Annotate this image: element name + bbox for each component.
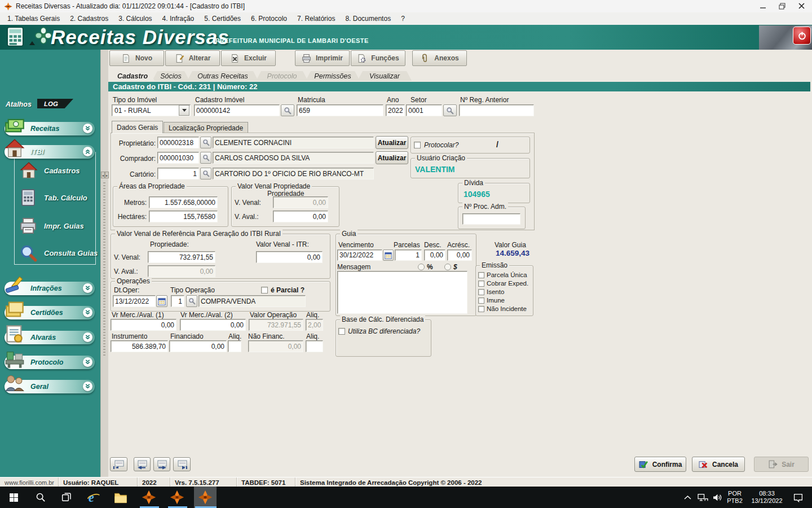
dropdown-arrow-icon[interactable]: [179, 105, 189, 116]
parcelas-input[interactable]: [395, 249, 422, 261]
desc-input[interactable]: [424, 249, 445, 261]
instrumento-input[interactable]: [111, 340, 168, 352]
vencimento-input[interactable]: [337, 249, 382, 261]
metros-input[interactable]: [149, 196, 218, 208]
cadastro-imovel-search-button[interactable]: [281, 104, 294, 116]
dtoper-calendar-button[interactable]: [156, 295, 167, 307]
menu-help[interactable]: ?: [396, 13, 410, 24]
tipo-operacao-name-input[interactable]: [198, 295, 306, 307]
dtoper-input[interactable]: [113, 295, 156, 307]
bc-diferenciada-checkbox[interactable]: [338, 328, 345, 335]
desconto-percent-radio[interactable]: [418, 264, 425, 270]
proprietario-code-input[interactable]: [157, 137, 199, 148]
vr1-input[interactable]: [111, 319, 176, 331]
acresc-input[interactable]: [447, 249, 472, 261]
proprietario-name-input[interactable]: [213, 137, 374, 148]
sidebar-item-infracoes[interactable]: Infrações: [5, 282, 95, 295]
fiorilli-app-3-button-active[interactable]: [194, 487, 217, 508]
sidebar-item-receitas[interactable]: Receitas: [5, 122, 95, 135]
chevron-down-icon[interactable]: [83, 124, 92, 133]
sidebar-subitem-consulta-guias[interactable]: Consulta Guias: [19, 244, 98, 262]
menu-protocolo[interactable]: 6. Protocolo: [246, 13, 292, 24]
comprador-search-button[interactable]: [200, 152, 211, 164]
menu-relatorios[interactable]: 7. Relatórios: [292, 13, 340, 24]
imune-checkbox[interactable]: [478, 297, 484, 304]
log-badge[interactable]: LOG: [37, 99, 73, 108]
task-view-button[interactable]: [55, 487, 78, 508]
setor-input[interactable]: [406, 104, 442, 116]
confirma-button[interactable]: Confirma: [634, 457, 686, 472]
matricula-input[interactable]: [297, 104, 383, 116]
volume-tray-button[interactable]: [709, 487, 725, 508]
menu-cadastros[interactable]: 2. Cadastros: [65, 13, 113, 24]
clock-indicator[interactable]: 08:33 13/12/2022: [747, 490, 787, 505]
e-parcial-checkbox[interactable]: [261, 287, 268, 294]
menu-infracao[interactable]: 4. Infração: [157, 13, 200, 24]
sidebar-subitem-tab-calculo[interactable]: Tab. Cálculo: [19, 189, 87, 207]
vencimento-calendar-button[interactable]: [383, 249, 394, 261]
language-indicator[interactable]: POR PTB2: [724, 490, 745, 505]
tab-outras-receitas[interactable]: Outras Receitas: [187, 71, 258, 81]
parcela-unica-checkbox[interactable]: [478, 272, 484, 278]
alterar-button[interactable]: Alterar: [165, 50, 220, 66]
hectares-input[interactable]: [149, 211, 218, 222]
splitter-collapse-left[interactable]: ◂: [101, 172, 105, 178]
action-center-button[interactable]: [788, 487, 807, 508]
aliq2-input[interactable]: [228, 340, 241, 352]
anexos-button[interactable]: Anexos: [412, 50, 467, 66]
comprador-code-input[interactable]: [157, 152, 199, 164]
proprietario-search-button[interactable]: [200, 137, 211, 148]
nav-next-button[interactable]: [153, 457, 170, 471]
comprador-name-input[interactable]: [213, 152, 374, 164]
close-button[interactable]: [792, 0, 811, 12]
tab-dados-gerais[interactable]: Dados Gerais: [112, 121, 163, 133]
sidebar-item-alvaras[interactable]: Alvarás: [5, 331, 95, 344]
network-tray-button[interactable]: [695, 487, 710, 508]
restore-button[interactable]: [773, 0, 792, 12]
fiorilli-app-1-button[interactable]: [138, 487, 160, 508]
sidebar-subitem-cadastros[interactable]: Cadastros: [19, 161, 80, 179]
status-site[interactable]: www.fiorilli.com.br: [0, 478, 59, 487]
start-button[interactable]: [2, 487, 25, 508]
cartorio-name-input[interactable]: [213, 168, 374, 179]
chevron-down-icon[interactable]: [83, 283, 92, 293]
chevron-down-icon[interactable]: [83, 308, 92, 317]
protocolar-checkbox[interactable]: [414, 142, 421, 148]
aliq3-input[interactable]: [306, 340, 323, 352]
chevron-down-icon[interactable]: [83, 382, 92, 391]
tab-socios[interactable]: Sócios: [152, 71, 189, 81]
novo-button[interactable]: Novo: [109, 50, 164, 66]
splitter-expand-right[interactable]: ▸: [105, 172, 109, 178]
ref-itr-input[interactable]: [256, 251, 323, 263]
tab-permissoes[interactable]: Permissões: [306, 71, 360, 81]
ref-venal-input[interactable]: [148, 251, 215, 263]
menu-documentos[interactable]: 8. Documentos: [340, 13, 396, 24]
nav-first-button[interactable]: [110, 457, 127, 471]
reg-anterior-input[interactable]: [459, 104, 534, 116]
isento-checkbox[interactable]: [478, 289, 484, 295]
sidebar-item-protocolo[interactable]: Protocolo: [5, 356, 95, 369]
chevron-down-icon[interactable]: [83, 332, 92, 342]
power-exit-button[interactable]: [793, 27, 811, 45]
cartorio-search-button[interactable]: [200, 168, 211, 179]
cobrar-exped-checkbox[interactable]: [478, 281, 484, 287]
tray-expand-button[interactable]: [680, 487, 695, 508]
vr2-input[interactable]: [180, 319, 246, 331]
financiado-input[interactable]: [169, 340, 227, 352]
proc-adm-input[interactable]: [462, 213, 520, 225]
setor-search-button[interactable]: [443, 104, 457, 116]
ano-input[interactable]: [386, 104, 405, 116]
sidebar-item-geral[interactable]: Geral: [5, 380, 95, 393]
imprimir-button[interactable]: Imprimir: [295, 50, 350, 66]
tab-cadastro[interactable]: Cadastro: [111, 71, 155, 81]
tipo-operacao-search-button[interactable]: [186, 295, 197, 307]
menu-tabelas-gerais[interactable]: 1. Tabelas Gerais: [2, 13, 65, 24]
chevron-down-icon[interactable]: [83, 357, 92, 367]
cancela-button[interactable]: Cancela: [692, 457, 745, 472]
tipo-imovel-select[interactable]: 01 - RURAL: [112, 104, 191, 116]
menu-certidoes[interactable]: 5. Certidões: [199, 13, 246, 24]
sidebar-item-itbi[interactable]: ITBI: [5, 145, 95, 159]
comprador-atualizar-button[interactable]: Atualizar: [376, 151, 408, 164]
sidebar-item-certidoes[interactable]: Certidões: [5, 306, 95, 319]
nao-incidente-checkbox[interactable]: [478, 306, 484, 312]
